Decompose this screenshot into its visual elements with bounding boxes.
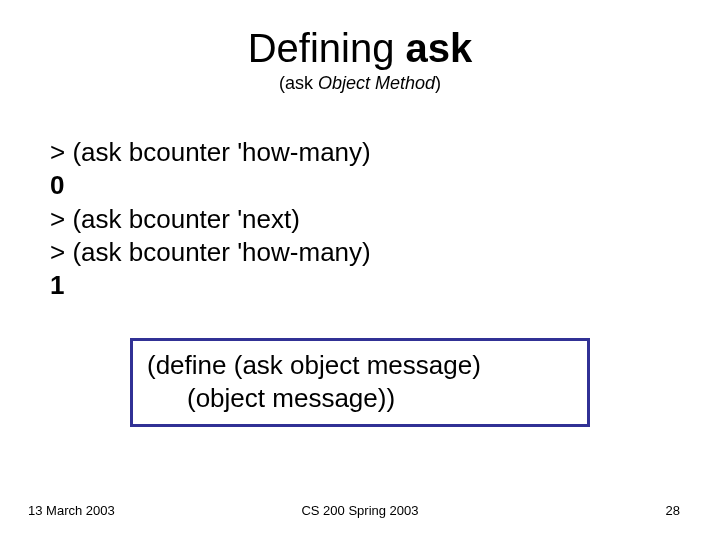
repl-line: > (ask bcounter 'next): [50, 203, 670, 236]
footer: 13 March 2003 CS 200 Spring 2003 28: [0, 503, 720, 518]
title-bold: ask: [406, 26, 473, 70]
code-line: (object message)): [147, 382, 573, 415]
title-prefix: Defining: [248, 26, 406, 70]
title-block: Defining ask (ask Object Method): [50, 26, 670, 94]
slide: Defining ask (ask Object Method) > (ask …: [0, 0, 720, 540]
footer-course: CS 200 Spring 2003: [0, 503, 720, 518]
repl-block: > (ask bcounter 'how-many) 0 > (ask bcou…: [50, 136, 670, 302]
repl-output: 1: [50, 269, 670, 302]
slide-title: Defining ask: [50, 26, 670, 71]
repl-line: > (ask bcounter 'how-many): [50, 136, 670, 169]
subtitle-close: ): [435, 73, 441, 93]
repl-output: 0: [50, 169, 670, 202]
code-line: (define (ask object message): [147, 349, 573, 382]
repl-line: > (ask bcounter 'how-many): [50, 236, 670, 269]
subtitle-open: (ask: [279, 73, 318, 93]
slide-subtitle: (ask Object Method): [50, 73, 670, 94]
subtitle-italic: Object Method: [318, 73, 435, 93]
code-box: (define (ask object message) (object mes…: [130, 338, 590, 427]
